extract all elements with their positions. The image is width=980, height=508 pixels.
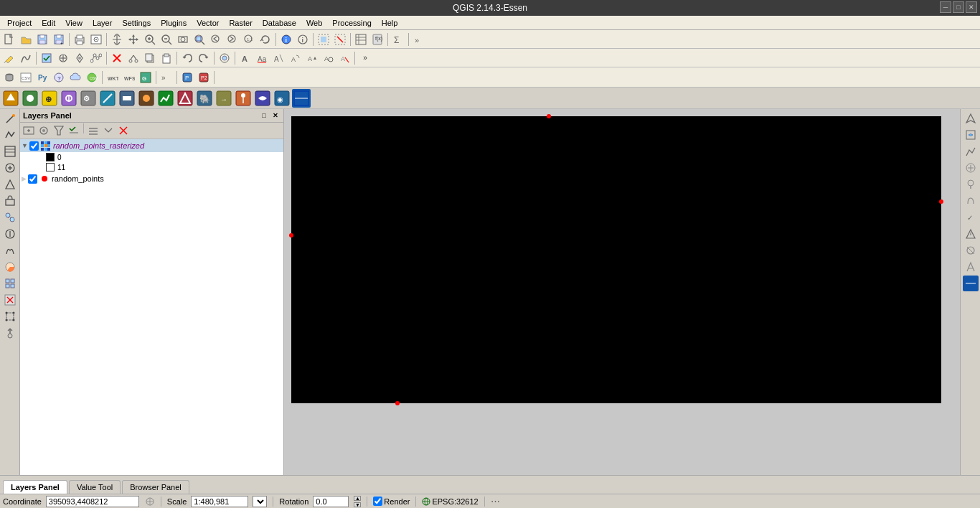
plugin-icon-4[interactable] (60, 89, 78, 108)
grass-button[interactable]: G (138, 70, 154, 85)
identify-features-button[interactable]: ? (51, 70, 67, 85)
zoom-to-layer-button[interactable] (192, 32, 207, 47)
identify-button[interactable]: i (295, 32, 311, 47)
filter-layer-button[interactable] (52, 123, 66, 138)
copy-button[interactable] (142, 50, 158, 66)
save-edits-button[interactable] (39, 50, 55, 66)
expand-all-button[interactable] (101, 123, 116, 138)
zoom-out-button[interactable] (159, 32, 174, 47)
menu-help[interactable]: Help (377, 17, 402, 29)
wkt-button[interactable]: WKT (105, 70, 121, 85)
sidebar-tool-1[interactable] (2, 110, 18, 126)
edit-pencil-button[interactable] (1, 50, 17, 66)
right-tool-4[interactable] (963, 160, 979, 176)
node-tool-button[interactable] (88, 50, 104, 66)
save-project-button[interactable] (34, 32, 50, 47)
toolbar-more-button[interactable]: » (411, 32, 427, 47)
right-tool-7[interactable]: ✓ (963, 210, 979, 225)
new-project-button[interactable] (1, 32, 17, 47)
zoom-prev-button[interactable] (208, 32, 224, 47)
right-tool-10[interactable] (963, 259, 979, 275)
plugin-1[interactable]: P (179, 70, 195, 85)
menu-project[interactable]: Project (3, 17, 36, 29)
wfs-button[interactable]: WFS (121, 70, 137, 85)
scale-input[interactable] (191, 496, 248, 507)
osm-button[interactable]: OSM (84, 70, 100, 85)
qgis-cloud-button[interactable] (67, 70, 83, 85)
minimize-button[interactable]: ─ (940, 1, 951, 13)
render-checkbox[interactable] (373, 497, 382, 506)
label-hide-button[interactable]: A (336, 50, 352, 66)
epsg-badge[interactable]: EPSG:32612 (422, 497, 478, 506)
remove-layer-button[interactable] (116, 123, 131, 138)
sidebar-tool-3[interactable] (2, 144, 18, 159)
tab-layers-panel[interactable]: Layers Panel (3, 480, 67, 494)
sidebar-tool-10[interactable] (2, 259, 18, 275)
right-tool-11[interactable] (963, 276, 979, 291)
right-tool-1[interactable] (963, 110, 979, 126)
label-rotate-button[interactable]: A (287, 50, 303, 66)
menu-vector[interactable]: Vector (192, 17, 223, 29)
plugin-2[interactable]: P2 (196, 70, 212, 85)
menu-view[interactable]: View (61, 17, 87, 29)
deselect-button[interactable] (332, 32, 348, 47)
sidebar-tool-6[interactable] (2, 193, 18, 209)
tab-value-tool[interactable]: Value Tool (69, 480, 121, 494)
right-tool-2[interactable] (963, 127, 979, 143)
tab-browser-panel[interactable]: Browser Panel (122, 480, 189, 494)
collapse-all-button[interactable] (86, 123, 100, 138)
pan-map-button[interactable] (126, 32, 141, 47)
menu-plugins[interactable]: Plugins (156, 17, 191, 29)
undo-button[interactable] (179, 50, 195, 66)
close-button[interactable]: ✕ (966, 1, 977, 13)
zoom-full-button[interactable] (175, 32, 191, 47)
add-feature-button[interactable] (55, 50, 71, 66)
right-tool-9[interactable] (963, 243, 979, 258)
python-console-button[interactable]: Py (34, 70, 50, 85)
add-group-button[interactable] (22, 123, 36, 138)
menu-processing[interactable]: Processing (328, 17, 375, 29)
label-style-button[interactable]: Aa (254, 50, 270, 66)
toolbar2-more-button[interactable]: » (357, 50, 373, 66)
layer-select-button[interactable] (67, 123, 81, 138)
fill-ring-button[interactable] (217, 50, 232, 66)
right-tool-6[interactable] (963, 193, 979, 209)
plugin-icon-8[interactable] (137, 89, 156, 108)
layer-row-vector[interactable]: ▶ random_points (20, 172, 283, 185)
menu-edit[interactable]: Edit (37, 17, 60, 29)
plugin-icon-13[interactable] (234, 89, 253, 108)
print-button[interactable] (72, 32, 88, 47)
plugin-icon-11[interactable]: 🐘 (195, 89, 214, 108)
label-pin-button[interactable]: A (270, 50, 286, 66)
layer-checkbox-raster[interactable] (29, 141, 39, 151)
label-show-button[interactable]: A (320, 50, 336, 66)
more-plugins-button[interactable]: » (159, 70, 174, 85)
more-status-button[interactable]: ⋯ (491, 496, 500, 507)
pan-button[interactable] (109, 32, 125, 47)
zoom-native-button[interactable]: 1:1 (241, 32, 257, 47)
plugin-icon-7[interactable] (118, 89, 136, 108)
layer-row-raster[interactable]: ▼ random_points_rasterized (20, 139, 283, 152)
delete-feature-button[interactable] (109, 50, 125, 66)
canvas-area[interactable] (284, 109, 960, 475)
plugin-icon-16[interactable] (292, 89, 311, 108)
move-feature-button[interactable] (72, 50, 88, 66)
coordinate-input[interactable] (46, 496, 139, 507)
select-feature-button[interactable] (316, 32, 331, 47)
label-button[interactable]: A (237, 50, 253, 66)
manage-layer-button[interactable] (37, 123, 51, 138)
right-tool-5[interactable] (963, 177, 979, 192)
print-preview-button[interactable] (88, 32, 104, 47)
plugin-icon-6[interactable] (98, 89, 117, 108)
sidebar-tool-14[interactable] (2, 325, 18, 341)
rotation-input[interactable] (313, 496, 349, 507)
menu-settings[interactable]: Settings (118, 17, 155, 29)
field-calculator-button[interactable]: f(x) (369, 32, 385, 47)
sum-button[interactable]: Σ (390, 32, 406, 47)
rotation-up-button[interactable]: ▲ (354, 496, 361, 501)
menu-database[interactable]: Database (258, 17, 301, 29)
redo-button[interactable] (196, 50, 212, 66)
right-tool-3[interactable] (963, 144, 979, 159)
sidebar-tool-13[interactable] (2, 309, 18, 324)
cut-button[interactable] (126, 50, 141, 66)
